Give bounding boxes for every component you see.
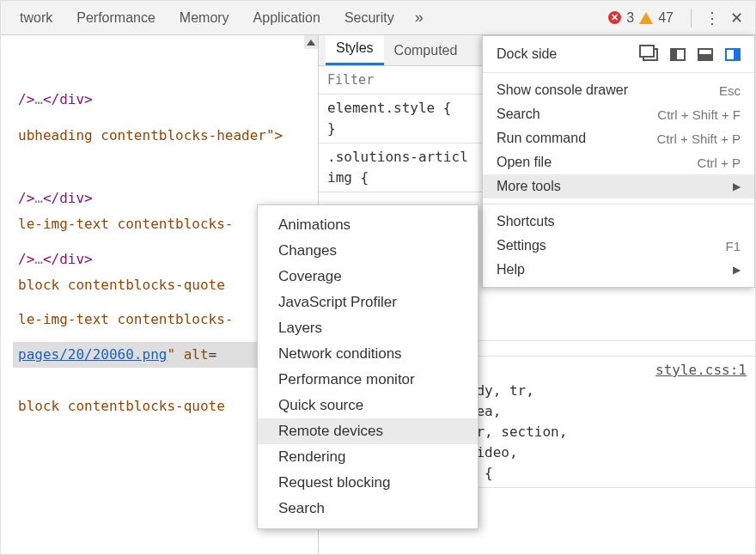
menu-item-settings[interactable]: Settings F1 (483, 234, 754, 258)
tab-application[interactable]: Application (241, 1, 332, 34)
menu-item-open-file[interactable]: Open file Ctrl + P (483, 150, 754, 174)
tab-performance[interactable]: Performance (64, 1, 168, 34)
dock-left-icon[interactable] (670, 48, 686, 61)
submenu-item-quick-source[interactable]: Quick source (258, 393, 478, 418)
dock-bottom-icon[interactable] (698, 48, 713, 61)
submenu-item-network-conditions[interactable]: Network conditions (258, 341, 478, 367)
console-counts[interactable]: ✕ 3 47 (608, 10, 682, 26)
submenu-item-remote-devices[interactable]: Remote devices (258, 418, 478, 444)
menu-item-help[interactable]: Help ▶ (483, 258, 754, 282)
menu-item-search[interactable]: Search Ctrl + Shift + F (483, 102, 754, 126)
toolbar-divider (691, 9, 692, 27)
dock-popout-icon[interactable] (643, 48, 658, 61)
devtools-toolbar: twork Performance Memory Application Sec… (1, 1, 755, 35)
chevron-right-icon: ▶ (733, 264, 741, 276)
warning-count: 47 (658, 10, 674, 26)
submenu-item-request-blocking[interactable]: Request blocking (258, 470, 478, 496)
submenu-item-layers[interactable]: Layers (258, 315, 478, 341)
warning-icon (639, 12, 653, 24)
tab-security[interactable]: Security (332, 1, 406, 34)
computed-tab[interactable]: Computed (384, 36, 468, 65)
more-tools-submenu: AnimationsChangesCoverageJavaScript Prof… (257, 204, 479, 529)
menu-separator (483, 204, 754, 204)
tab-memory[interactable]: Memory (168, 1, 241, 34)
error-icon: ✕ (608, 11, 621, 24)
chevron-right-icon: ▶ (733, 180, 741, 192)
submenu-item-javascript-profiler[interactable]: JavaScript Profiler (258, 290, 478, 315)
main-menu-dropdown: Dock side Show console drawer Esc Search… (482, 35, 755, 288)
close-devtools-button[interactable]: ✕ (724, 9, 748, 27)
menu-item-run-command[interactable]: Run command Ctrl + Shift + P (483, 126, 754, 150)
kebab-menu-button[interactable]: ⋮ (700, 9, 724, 27)
menu-item-shortcuts[interactable]: Shortcuts (483, 210, 754, 234)
styles-tab[interactable]: Styles (326, 35, 384, 65)
submenu-item-animations[interactable]: Animations (258, 212, 478, 238)
tab-network[interactable]: twork (8, 1, 64, 34)
elements-row[interactable]: />…</div> (13, 87, 318, 113)
dock-side-label: Dock side (497, 46, 631, 62)
tabs-overflow-button[interactable]: » (406, 9, 432, 27)
source-link[interactable]: style.css:1 (655, 360, 747, 381)
dock-right-icon[interactable] (725, 48, 741, 61)
submenu-item-performance-monitor[interactable]: Performance monitor (258, 367, 478, 393)
submenu-item-search[interactable]: Search (258, 496, 478, 521)
error-count: 3 (626, 10, 634, 26)
submenu-item-rendering[interactable]: Rendering (258, 444, 478, 470)
elements-row[interactable]: ubheading contentblocks-header"> (13, 123, 318, 149)
menu-separator (483, 72, 754, 73)
dock-side-row: Dock side (483, 41, 754, 67)
submenu-item-coverage[interactable]: Coverage (258, 264, 478, 290)
scrollbar-up-button[interactable] (304, 35, 318, 49)
submenu-item-changes[interactable]: Changes (258, 238, 478, 264)
menu-item-more-tools[interactable]: More tools ▶ (483, 174, 754, 198)
menu-item-console-drawer[interactable]: Show console drawer Esc (483, 78, 754, 102)
